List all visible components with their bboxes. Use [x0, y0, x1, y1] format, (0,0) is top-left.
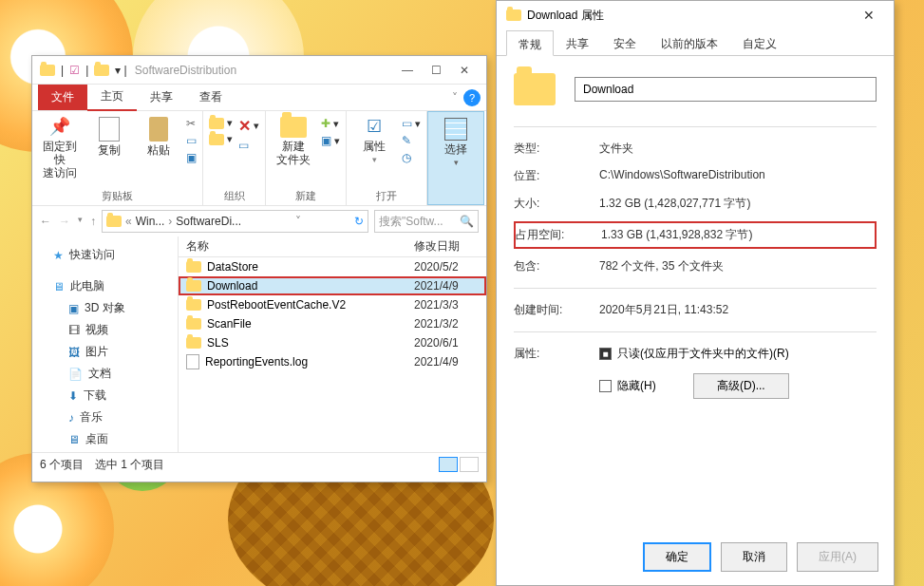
crumb-2[interactable]: SoftwareDi... [176, 215, 241, 228]
view-details-button[interactable] [439, 457, 458, 472]
search-placeholder: 搜索"Softw... [379, 214, 443, 230]
nav-quickaccess[interactable]: ★快速访问 [36, 244, 174, 266]
chevron-down-icon: ▾ [454, 158, 459, 168]
checkbox-empty-icon [599, 380, 612, 392]
file-name: ScanFile [207, 317, 252, 331]
copypath-button[interactable]: ▭ [186, 134, 197, 147]
rename-button[interactable]: ▭ [238, 139, 259, 152]
history-button[interactable]: ◷ [402, 151, 421, 164]
pin-quickaccess-button[interactable]: 📌 固定到快 速访问 [38, 117, 82, 180]
tab-general[interactable]: 常规 [506, 30, 554, 56]
ok-button[interactable]: 确定 [643, 542, 711, 572]
search-input[interactable]: 搜索"Softw... 🔍 [374, 210, 479, 233]
label-location: 位置: [514, 168, 599, 184]
maximize-button[interactable]: ☐ [422, 61, 450, 80]
crumb-chevron[interactable]: ˅ [295, 215, 301, 228]
tab-share[interactable]: 共享 [137, 85, 186, 110]
col-date[interactable]: 修改日期 [414, 238, 460, 255]
app-icon [40, 65, 55, 76]
folder-name-input[interactable]: Download [575, 77, 877, 102]
file-name: PostRebootEventCache.V2 [207, 298, 346, 312]
apply-button[interactable]: 应用(A) [797, 542, 878, 572]
folder-icon [186, 337, 201, 349]
easyaccess-button[interactable]: ▣▾ [321, 134, 340, 147]
nav-videos[interactable]: 🎞视频 [36, 319, 174, 341]
qat-check-icon[interactable]: ☑ [69, 64, 80, 77]
hidden-checkbox[interactable]: 隐藏(H) [599, 378, 656, 394]
file-name: Download [207, 279, 257, 293]
file-row[interactable]: DataStore2020/5/2 [179, 257, 486, 276]
nav-documents[interactable]: 📄文档 [36, 363, 174, 385]
nav-desktop[interactable]: 🖥桌面 [36, 428, 174, 450]
refresh-button[interactable]: ↻ [354, 215, 364, 228]
edit-button[interactable]: ✎ [402, 134, 421, 147]
tab-home[interactable]: 主页 [87, 84, 137, 111]
nav-music[interactable]: ♪音乐 [36, 406, 174, 428]
cancel-button[interactable]: 取消 [721, 542, 787, 572]
close-button[interactable]: ✕ [450, 61, 479, 80]
open-button[interactable]: ▭▾ [402, 117, 421, 130]
tab-file[interactable]: 文件 [38, 85, 87, 110]
paste-icon [149, 117, 168, 142]
rename-icon: ▭ [238, 139, 249, 152]
recent-button[interactable]: ▾ [78, 215, 83, 228]
tab-sharing[interactable]: 共享 [554, 29, 601, 55]
nav-downloads[interactable]: ⬇下载 [36, 385, 174, 406]
file-row[interactable]: SLS2020/6/1 [179, 333, 486, 352]
file-row[interactable]: Download2021/4/9 [179, 276, 486, 295]
tab-view[interactable]: 查看 [186, 85, 236, 110]
status-bar: 6 个项目 选中 1 个项目 [32, 453, 486, 476]
copy-icon [99, 117, 120, 142]
minimize-button[interactable]: — [393, 61, 422, 80]
nav-pictures[interactable]: 🖼图片 [36, 341, 174, 363]
address-bar[interactable]: « Win... › SoftwareDi... ˅ ↻ [102, 210, 368, 233]
advanced-button[interactable]: 高级(D)... [693, 373, 789, 399]
newfolder-icon [280, 117, 307, 138]
file-row[interactable]: PostRebootEventCache.V22021/3/3 [179, 295, 486, 314]
picture-icon: 🖼 [68, 346, 80, 359]
help-icon[interactable]: ? [463, 89, 481, 106]
file-row[interactable]: ScanFile2021/3/2 [179, 314, 486, 333]
props-titlebar[interactable]: Download 属性 ✕ [497, 1, 894, 29]
copy-button[interactable]: 复制 [87, 117, 131, 157]
readonly-checkbox[interactable]: ■ 只读(仅应用于文件夹中的文件)(R) [599, 346, 789, 362]
tab-customize[interactable]: 自定义 [730, 29, 789, 55]
copyto-button[interactable]: ▾ [209, 133, 233, 145]
close-button[interactable]: ✕ [854, 6, 884, 25]
folder-icon [106, 216, 122, 227]
pc-icon: 🖥 [53, 280, 65, 293]
props-icon: ☑ [367, 117, 382, 138]
up-button[interactable]: ↑ [90, 215, 96, 228]
qat-overflow[interactable]: ▾ | [115, 64, 126, 77]
back-button[interactable]: ← [40, 215, 51, 228]
forward-button[interactable]: → [59, 215, 70, 228]
file-row[interactable]: ReportingEvents.log2021/4/9 [179, 352, 486, 371]
column-headers[interactable]: 名称 修改日期 [179, 236, 486, 257]
delete-button[interactable]: ✕▾ [238, 117, 259, 135]
ribbon: 📌 固定到快 速访问 复制 粘贴 ✂ ▭ ▣ 剪贴板 [32, 111, 486, 206]
newfolder-button[interactable]: 新建 文件夹 [272, 117, 315, 167]
col-name[interactable]: 名称 [186, 238, 414, 255]
view-icons-button[interactable] [460, 457, 479, 472]
cut-button[interactable]: ✂ [186, 117, 197, 130]
ribbon-collapse-icon[interactable]: ˅ [452, 91, 458, 104]
properties-button[interactable]: ☑ 属性 ▾ [352, 117, 396, 165]
tab-security[interactable]: 安全 [601, 29, 649, 55]
nav-3dobjects[interactable]: ▣3D 对象 [36, 297, 174, 319]
select-icon [444, 118, 467, 141]
paste-shortcut-button[interactable]: ▣ [186, 151, 197, 164]
select-button[interactable]: 选择 ▾ [434, 118, 478, 168]
props-tabs: 常规 共享 安全 以前的版本 自定义 [497, 29, 894, 56]
qat-folder-icon[interactable] [94, 65, 109, 76]
qat-sep2: | [85, 64, 88, 77]
newitem-button[interactable]: ✚▾ [321, 117, 340, 130]
tab-previous[interactable]: 以前的版本 [649, 29, 730, 55]
crumb-1[interactable]: Win... [136, 215, 165, 228]
explorer-titlebar[interactable]: | ☑ | ▾ | SoftwareDistribution — ☐ ✕ [32, 56, 486, 85]
nav-thispc[interactable]: 🖥此电脑 [36, 275, 174, 297]
pin-icon: 📌 [49, 117, 70, 138]
value-created: 2020年5月21日, 11:43:52 [599, 302, 728, 318]
value-size: 1.32 GB (1,428,027,771 字节) [599, 196, 750, 212]
moveto-button[interactable]: ▾ [209, 117, 233, 129]
paste-button[interactable]: 粘贴 [137, 117, 180, 157]
